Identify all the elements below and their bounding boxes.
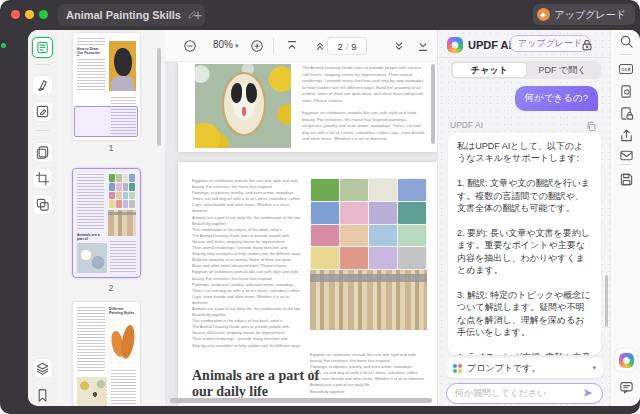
zoom-out-button[interactable] <box>183 39 197 53</box>
prompt-caret-icon: ▾ <box>592 364 596 372</box>
last-page-button[interactable] <box>416 39 430 53</box>
crop-button[interactable] <box>33 169 52 188</box>
pdf-canvas[interactable]: The Animal Drawing Guide aims to provide… <box>165 62 437 406</box>
thumb-text-lines <box>110 241 136 273</box>
organize-pages-button[interactable] <box>33 143 52 162</box>
minimize-window-button[interactable] <box>25 10 34 19</box>
page-thumbnail-1[interactable]: How to Draw Our Favourite Pets <box>73 33 140 140</box>
protect-button[interactable] <box>618 105 634 121</box>
close-window-button[interactable] <box>11 10 20 19</box>
page1-paragraph: The Animal Drawing Guide aims to provide… <box>302 65 427 105</box>
thumbnail-scrollbar[interactable] <box>157 48 161 146</box>
annotate-button[interactable] <box>33 76 52 95</box>
bookmark-icon <box>35 388 50 403</box>
zoom-level-value[interactable]: 80% <box>201 39 233 50</box>
double-chevron-up-icon <box>313 39 327 53</box>
prompt-selector[interactable]: プロンプトです。 ▾ <box>446 358 603 378</box>
document-horizontal-scrollbar[interactable] <box>170 398 432 403</box>
highlighter-icon <box>35 78 50 93</box>
assistant-message-card: 私はUPDF AIとして、以下のようなスキルをサポートします: 1. 翻訳: 文… <box>448 133 601 355</box>
bookmark-button[interactable] <box>33 386 52 405</box>
next-page-button[interactable] <box>392 39 406 53</box>
previous-page-button[interactable] <box>313 39 327 53</box>
visible-area-highlight[interactable] <box>74 106 138 137</box>
edit-pdf-button[interactable] <box>33 102 52 121</box>
panel-divider <box>438 57 610 58</box>
lock-icon <box>580 38 594 52</box>
thumb3-heading: Different Painting Styles <box>109 307 136 319</box>
diamond-icon: ◆ <box>537 8 550 21</box>
ai-assistant-button[interactable] <box>615 349 637 371</box>
thumbnail-panel: How to Draw Our Favourite Pets 1 <box>57 30 165 406</box>
page-edit-icon <box>35 104 50 119</box>
share-icon <box>619 128 634 143</box>
save-button[interactable] <box>618 171 634 187</box>
copy-icon <box>586 121 597 132</box>
reader-icon <box>35 40 50 55</box>
page-thumbnail-3[interactable]: Different Painting Styles <box>73 302 140 406</box>
prompt-dots-icon <box>453 364 462 373</box>
titlebar: Animal Painting Skills + ◆ アップグレード <box>0 0 640 30</box>
document-tab[interactable]: Animal Painting Skills <box>58 4 205 26</box>
thumb-text-lines <box>77 174 104 231</box>
thumb1-heading: How to Draw Our Favourite Pets <box>77 47 105 56</box>
send-icon <box>582 387 594 399</box>
search-button[interactable] <box>618 33 634 49</box>
file-lock-icon <box>619 106 634 121</box>
app-content: How to Draw Our Favourite Pets 1 <box>28 30 640 406</box>
page-thumbnail-2[interactable]: Animals are a part of <box>72 168 141 278</box>
left-toolbar <box>28 30 57 406</box>
chat-input[interactable]: 何か質問してください <box>446 383 603 404</box>
plus-circle-icon <box>250 39 264 53</box>
file-convert-icon <box>619 84 634 99</box>
new-tab-button[interactable]: + <box>188 4 208 26</box>
layers-icon <box>35 361 50 376</box>
to-bottom-icon <box>416 39 430 53</box>
send-button[interactable] <box>582 385 594 403</box>
layers-button[interactable] <box>33 359 52 378</box>
minus-circle-icon <box>183 39 197 53</box>
first-page-button[interactable] <box>285 39 299 53</box>
zoom-dropdown-caret-icon[interactable]: ▾ <box>235 39 239 53</box>
email-button[interactable] <box>618 147 634 163</box>
document-vertical-scrollbar[interactable] <box>431 64 435 144</box>
zoom-in-button[interactable] <box>250 39 264 53</box>
page2-right-text: Egyptian art celebrates animals like cat… <box>310 352 427 398</box>
thumb-pug-image <box>109 41 136 91</box>
copy-message-button[interactable] <box>586 118 597 129</box>
thumb-text-lines <box>77 59 105 91</box>
tab-chat[interactable]: チャット <box>453 63 526 77</box>
page-number-label: 2 <box>57 283 165 293</box>
thumb-painting-photo <box>77 243 107 273</box>
mail-icon <box>619 148 634 163</box>
ai-upgrade-button[interactable]: アップグレード <box>509 35 591 52</box>
page2-body-text: Egyptian art celebrates animals like cat… <box>192 178 306 350</box>
chat-scrollbar[interactable] <box>605 275 608 327</box>
share-button[interactable] <box>618 127 634 143</box>
rail-divider <box>36 64 49 65</box>
thumb-text-lines <box>77 307 105 373</box>
tab-ask-pdf[interactable]: PDF で聞く <box>526 63 599 77</box>
comment-icon <box>619 380 634 395</box>
rail-divider <box>620 164 632 165</box>
page-number-input[interactable]: 2 / 9 <box>327 37 367 55</box>
updf-ai-icon <box>619 353 634 368</box>
updf-ai-logo-icon <box>447 37 463 53</box>
export-convert-button[interactable] <box>33 195 52 214</box>
ocr-button[interactable]: OCR <box>618 61 634 77</box>
convert-button[interactable] <box>618 83 634 99</box>
thumb-watercolor-image <box>108 173 136 209</box>
comments-button[interactable] <box>618 379 634 395</box>
organize-pages-icon <box>35 145 50 160</box>
zoom-window-button[interactable] <box>39 10 48 19</box>
crop-icon <box>35 171 50 186</box>
reader-mode-button[interactable] <box>32 37 53 58</box>
sidebar-collapse-indicator <box>1 43 6 48</box>
titlebar-upgrade-button[interactable]: ◆ アップグレード <box>533 4 635 25</box>
updf-ai-panel: UPDF AI アップグレード チャット PDF で聞く 何ができるの? UPD… <box>437 30 610 406</box>
page1-paragraph: Egyptian art celebrates animals like cat… <box>302 110 427 143</box>
ai-lock-button[interactable] <box>580 38 594 52</box>
rail-divider <box>36 130 49 131</box>
embroidery-photo <box>195 64 291 148</box>
rail-divider <box>620 54 632 55</box>
